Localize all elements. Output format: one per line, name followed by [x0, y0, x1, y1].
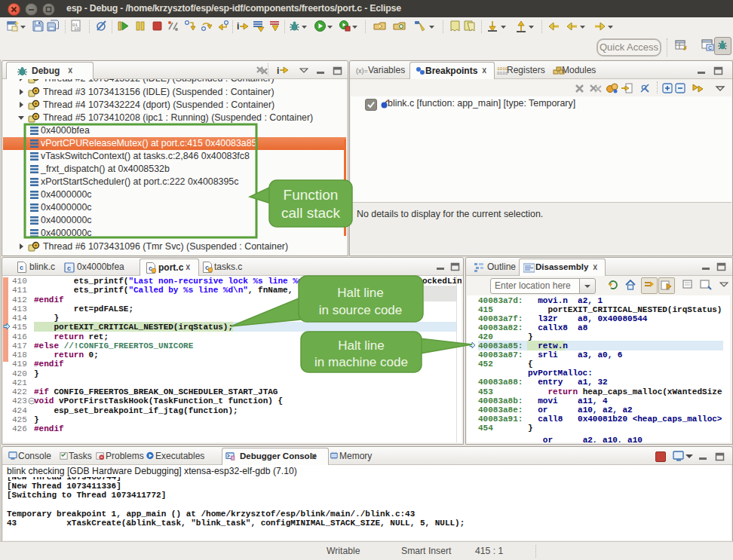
svg-text:c: c [20, 264, 23, 271]
svg-text:i: i [237, 21, 239, 32]
svg-text:10: 10 [74, 26, 80, 32]
svg-text:c: c [67, 265, 71, 272]
svg-text:C: C [708, 45, 712, 50]
svg-text:i: i [277, 66, 279, 76]
svg-text:(x)=: (x)= [356, 67, 368, 75]
